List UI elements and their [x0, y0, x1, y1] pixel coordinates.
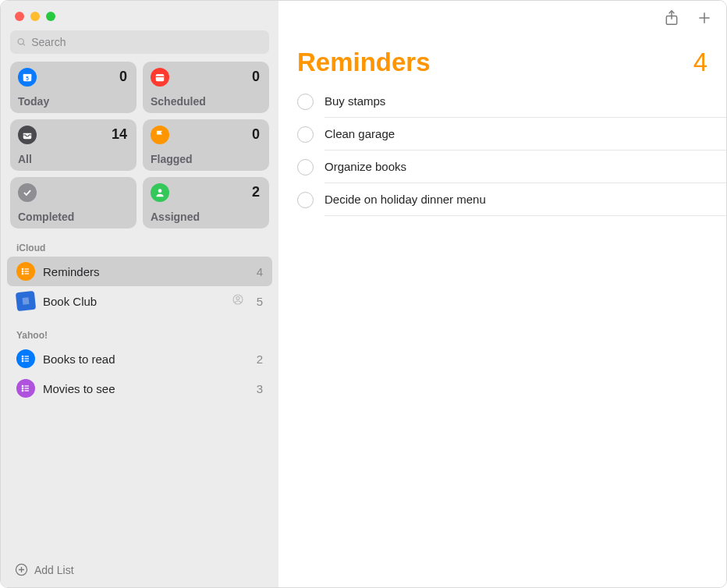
list-count: 2	[257, 352, 263, 366]
smart-list-completed[interactable]: Completed	[10, 177, 137, 228]
close-window-button[interactable]	[15, 12, 24, 21]
list-movies-to-see[interactable]: Movies to see 3	[7, 374, 272, 403]
smart-list-count: 0	[252, 126, 260, 143]
search-icon	[16, 37, 27, 48]
reminder-text[interactable]: Decide on holiday dinner menu	[324, 183, 726, 216]
add-list-button[interactable]: Add List	[1, 552, 278, 587]
smart-list-label: All	[18, 153, 32, 165]
complete-toggle[interactable]	[297, 192, 314, 208]
reminder-items: Buy stamps Clean garage Organize books D…	[278, 85, 726, 216]
page-count: 4	[693, 48, 707, 77]
list-label: Book Club	[43, 295, 224, 308]
smart-list-label: Today	[18, 95, 49, 108]
list-group-icloud: Reminders 4 Book Club 5	[1, 257, 278, 316]
list-bullet-icon	[16, 349, 35, 368]
svg-point-12	[22, 271, 23, 272]
list-label: Reminders	[43, 265, 249, 278]
add-list-label: Add List	[34, 564, 74, 576]
list-heading: Reminders 4	[278, 38, 726, 85]
complete-toggle[interactable]	[297, 159, 314, 175]
reminder-text[interactable]: Clean garage	[324, 118, 726, 151]
inbox-icon	[18, 126, 37, 144]
share-icon	[664, 9, 679, 27]
section-header-yahoo[interactable]: Yahoo!	[1, 316, 278, 344]
main-panel: Reminders 4 Buy stamps Clean garage Orga…	[278, 1, 726, 587]
smart-list-count: 0	[252, 69, 260, 85]
search-input[interactable]	[31, 36, 263, 48]
app-window: 5 0 Today 0 Scheduled 14 All	[0, 0, 727, 588]
list-count: 3	[257, 382, 263, 395]
smart-list-grid: 5 0 Today 0 Scheduled 14 All	[1, 62, 278, 228]
svg-point-21	[22, 358, 23, 360]
list-reminders[interactable]: Reminders 4	[7, 257, 272, 286]
calendar-icon	[151, 68, 169, 87]
section-header-icloud[interactable]: iCloud	[1, 228, 278, 257]
smart-list-label: Assigned	[151, 211, 200, 223]
flag-icon	[151, 126, 169, 144]
smart-list-label: Flagged	[151, 153, 193, 165]
smart-list-count: 14	[112, 126, 127, 143]
checkmark-icon	[18, 183, 37, 202]
reminder-item[interactable]: Clean garage	[297, 118, 726, 151]
svg-point-26	[22, 385, 23, 387]
toolbar	[278, 1, 726, 38]
svg-point-27	[22, 388, 23, 389]
svg-text:5: 5	[26, 76, 29, 81]
svg-rect-14	[23, 297, 30, 305]
list-bullet-icon	[16, 262, 35, 281]
list-count: 4	[257, 265, 263, 278]
fullscreen-window-button[interactable]	[46, 12, 55, 21]
smart-list-scheduled[interactable]: 0 Scheduled	[143, 62, 269, 113]
svg-point-28	[22, 390, 23, 391]
sidebar: 5 0 Today 0 Scheduled 14 All	[1, 1, 278, 587]
list-group-yahoo: Books to read 2 Movies to see 3	[1, 344, 278, 403]
reminder-item[interactable]: Organize books	[297, 151, 726, 183]
list-label: Books to read	[43, 352, 249, 366]
smart-list-today[interactable]: 5 0 Today	[10, 62, 137, 113]
share-button[interactable]	[664, 9, 679, 30]
smart-list-flagged[interactable]: 0 Flagged	[143, 119, 269, 171]
complete-toggle[interactable]	[297, 94, 314, 110]
list-count: 5	[257, 295, 263, 308]
smart-list-label: Completed	[18, 211, 74, 223]
person-icon	[151, 183, 169, 202]
list-books-to-read[interactable]: Books to read 2	[7, 344, 272, 374]
plus-icon	[697, 10, 712, 26]
list-book-club[interactable]: Book Club 5	[7, 286, 272, 316]
svg-point-11	[22, 268, 23, 270]
book-icon	[16, 291, 36, 311]
svg-point-7	[158, 189, 162, 193]
reminder-item[interactable]: Decide on holiday dinner menu	[297, 183, 726, 216]
svg-point-0	[18, 39, 23, 44]
reminder-item[interactable]: Buy stamps	[297, 85, 726, 118]
page-title: Reminders	[297, 48, 431, 77]
smart-list-count: 2	[252, 184, 260, 200]
svg-point-13	[22, 273, 23, 275]
svg-line-1	[23, 44, 25, 46]
smart-list-all[interactable]: 14 All	[10, 119, 137, 171]
search-field[interactable]	[10, 30, 269, 54]
shared-icon	[232, 293, 244, 309]
smart-list-label: Scheduled	[151, 95, 206, 108]
window-controls	[1, 1, 278, 30]
svg-rect-5	[156, 74, 165, 81]
smart-list-count: 0	[119, 69, 127, 85]
complete-toggle[interactable]	[297, 126, 314, 143]
svg-point-22	[22, 360, 23, 362]
plus-circle-icon	[15, 563, 28, 576]
reminder-text[interactable]: Buy stamps	[324, 85, 726, 118]
svg-point-16	[236, 296, 239, 299]
reminder-text[interactable]: Organize books	[324, 151, 726, 183]
list-label: Movies to see	[43, 382, 249, 395]
minimize-window-button[interactable]	[30, 12, 40, 21]
smart-list-assigned[interactable]: 2 Assigned	[143, 177, 269, 228]
list-bullet-icon	[16, 379, 35, 398]
svg-point-20	[22, 356, 23, 357]
calendar-today-icon: 5	[18, 68, 37, 87]
search-container	[1, 30, 278, 62]
add-reminder-button[interactable]	[697, 10, 712, 29]
